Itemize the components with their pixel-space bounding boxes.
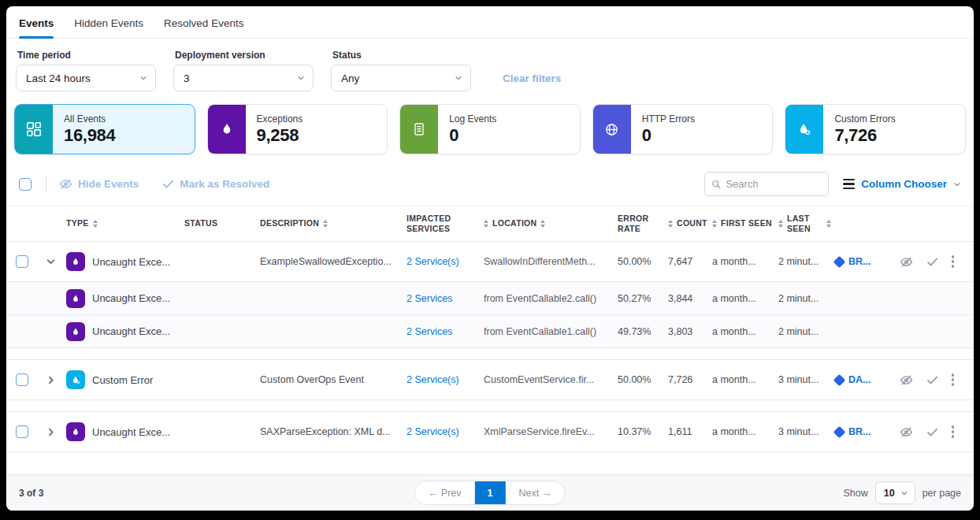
- tab-events[interactable]: Events: [19, 17, 54, 38]
- tab-resolved-events[interactable]: Resolved Events: [164, 17, 243, 38]
- first-seen-cell: a month...: [712, 326, 778, 337]
- sort-icon[interactable]: [668, 220, 673, 228]
- impacted-services-link[interactable]: 2 Services: [406, 293, 484, 304]
- row-menu-icon[interactable]: [952, 255, 954, 267]
- chevron-down-icon: [139, 74, 147, 82]
- row-checkbox[interactable]: [16, 255, 28, 268]
- last-seen-cell: 2 minut...: [778, 326, 835, 337]
- header-first-seen[interactable]: FIRST SEEN: [712, 218, 778, 228]
- show-label: Show: [843, 488, 867, 499]
- header-last-seen[interactable]: LAST SEEN: [778, 214, 835, 234]
- sort-icon[interactable]: [712, 220, 717, 228]
- mark-resolved-button[interactable]: Mark as Resolved: [162, 178, 269, 190]
- next-page-button[interactable]: Next →: [505, 481, 565, 504]
- impacted-services-link[interactable]: 2 Service(s): [406, 256, 484, 267]
- toolbar-divider: [46, 176, 46, 193]
- event-type-cell: Uncaught Exce...: [66, 289, 184, 308]
- status-select[interactable]: Any: [331, 65, 471, 91]
- error-rate-cell: 49.73%: [618, 326, 668, 337]
- status-value: Any: [341, 72, 359, 84]
- resolve-row-icon[interactable]: [926, 426, 938, 438]
- flame-icon: [208, 105, 246, 154]
- count-cell: 7,647: [668, 256, 712, 267]
- card-custom-errors[interactable]: Custom Errors 7,726: [785, 104, 966, 154]
- impacted-services-link[interactable]: 2 Services: [406, 326, 484, 337]
- row-checkbox[interactable]: [16, 373, 28, 386]
- page-size-value: 10: [884, 488, 895, 499]
- header-error-rate: ERROR RATE: [618, 214, 668, 234]
- expand-row-chevron[interactable]: [46, 375, 66, 385]
- sort-icon[interactable]: [540, 220, 545, 228]
- error-rate-cell: 50.00%: [618, 256, 668, 267]
- card-http-errors[interactable]: HTTP Errors 0: [592, 104, 774, 154]
- chevron-right-icon: [46, 375, 56, 385]
- filter-deployment-version: Deployment version 3: [173, 50, 314, 91]
- jira-diamond-icon: [833, 373, 846, 386]
- card-log-events[interactable]: Log Events 0: [399, 104, 581, 154]
- card-value: 16,984: [64, 125, 116, 146]
- deployment-version-select[interactable]: 3: [173, 65, 314, 91]
- count-cell: 7,726: [668, 374, 712, 385]
- header-location[interactable]: LOCATION: [484, 218, 618, 228]
- location-cell: SwallowInDifferentMeth...: [484, 256, 618, 267]
- count-cell: 1,611: [668, 426, 712, 437]
- hide-row-icon[interactable]: [900, 255, 913, 269]
- chevron-right-icon: [46, 427, 56, 437]
- column-chooser-button[interactable]: Column Chooser: [843, 178, 961, 190]
- impacted-services-link[interactable]: 2 Service(s): [406, 426, 484, 437]
- description-cell[interactable]: ExampleSwallowedExceptio...: [260, 256, 406, 267]
- time-period-select[interactable]: Last 24 hours: [16, 65, 156, 91]
- page-size-select[interactable]: 10: [875, 481, 915, 504]
- event-type-label: Uncaught Exce...: [92, 426, 170, 438]
- header-type[interactable]: TYPE: [66, 218, 184, 228]
- select-all-checkbox[interactable]: [19, 178, 32, 191]
- clear-filters-button[interactable]: Clear filters: [503, 72, 561, 84]
- page-count-summary: 3 of 3: [19, 488, 43, 499]
- card-exceptions[interactable]: Exceptions 9,258: [207, 104, 388, 154]
- resolve-row-icon[interactable]: [926, 256, 938, 268]
- document-icon: [400, 105, 438, 154]
- first-seen-cell: a month...: [712, 256, 778, 267]
- sort-icon[interactable]: [93, 220, 98, 228]
- deployment-version-value: 3: [184, 72, 190, 84]
- header-description[interactable]: DESCRIPTION: [260, 218, 406, 228]
- table-row: Uncaught Exce... SAXParseException: XML …: [6, 412, 974, 451]
- description-cell[interactable]: SAXParseException: XML d...: [260, 426, 406, 437]
- table-subrow: Uncaught Exce... 2 Services from EventCa…: [6, 314, 974, 347]
- sort-icon[interactable]: [323, 220, 328, 228]
- collapse-row-chevron[interactable]: [46, 257, 66, 267]
- last-seen-cell: 3 minut...: [778, 426, 835, 437]
- jira-diamond-icon: [833, 255, 846, 268]
- header-count[interactable]: COUNT: [668, 218, 712, 228]
- last-seen-cell: 2 minut...: [778, 256, 835, 267]
- prev-page-button[interactable]: ← Prev: [415, 481, 475, 504]
- search-input[interactable]: [726, 178, 822, 190]
- resolve-row-icon[interactable]: [926, 374, 938, 386]
- location-cell: XmlParseService.fireEv...: [484, 426, 618, 437]
- row-checkbox[interactable]: [16, 425, 28, 438]
- impacted-services-link[interactable]: 2 Service(s): [406, 374, 484, 385]
- chevron-down-icon: [297, 74, 305, 82]
- row-menu-icon[interactable]: [952, 373, 954, 385]
- hide-events-button[interactable]: Hide Events: [59, 177, 139, 191]
- ticket-link[interactable]: BR...: [835, 256, 889, 267]
- mark-resolved-label: Mark as Resolved: [180, 178, 269, 190]
- count-cell: 3,844: [668, 293, 712, 304]
- row-menu-icon[interactable]: [952, 425, 954, 437]
- ticket-link[interactable]: DA...: [835, 374, 889, 385]
- current-page-button[interactable]: 1: [475, 481, 506, 504]
- hide-row-icon[interactable]: [900, 373, 913, 387]
- time-period-value: Last 24 hours: [26, 72, 91, 84]
- tab-hidden-events[interactable]: Hidden Events: [74, 17, 143, 38]
- sort-icon[interactable]: [778, 220, 783, 228]
- description-cell[interactable]: Custom OverOps Event: [260, 374, 406, 385]
- flame-gear-icon: [785, 105, 823, 154]
- pagination: ← Prev 1 Next →: [414, 481, 566, 505]
- expand-row-chevron[interactable]: [46, 427, 66, 437]
- sort-icon[interactable]: [484, 220, 488, 228]
- hide-row-icon[interactable]: [900, 425, 913, 439]
- sort-icon[interactable]: [826, 220, 831, 228]
- event-type-label: Uncaught Exce...: [92, 256, 170, 268]
- ticket-link[interactable]: BR...: [835, 426, 889, 437]
- card-all-events[interactable]: All Events 16,984: [14, 104, 195, 154]
